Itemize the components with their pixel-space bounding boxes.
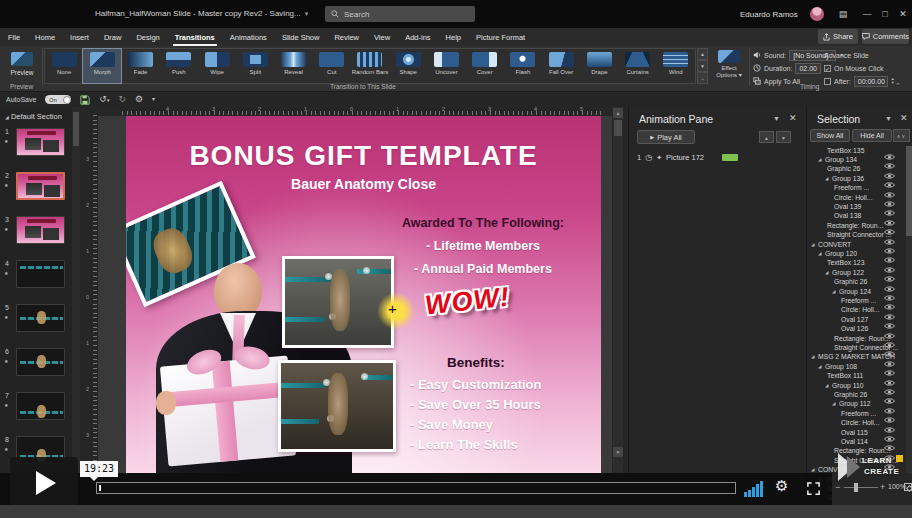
selection-item-textbox-123-12[interactable]: TextBox 123: [807, 259, 905, 268]
tab-home[interactable]: Home: [35, 33, 55, 42]
user-avatar[interactable]: [810, 7, 824, 21]
gallery-scroll-up-icon[interactable]: ▲: [697, 48, 708, 60]
selection-item-group-120-11[interactable]: ◢Group 120: [807, 249, 905, 258]
selection-item-group-134-1[interactable]: ◢Group 134: [807, 155, 905, 164]
transition-flash[interactable]: Flash: [504, 49, 542, 83]
slide-thumbnail-3[interactable]: [16, 216, 65, 244]
tab-help[interactable]: Help: [446, 33, 461, 42]
transition-curtains[interactable]: Curtains: [619, 49, 657, 83]
preview-button[interactable]: Preview: [4, 49, 40, 83]
share-button[interactable]: Share: [818, 29, 858, 44]
selection-item-rectangle-roun-20[interactable]: Rectangle: Roun...: [807, 334, 905, 343]
customize-qat-icon[interactable]: ▾: [152, 92, 155, 107]
expand-triangle-icon[interactable]: ◢: [818, 364, 821, 369]
selection-item-straight-connector-9[interactable]: Straight Connector ...: [807, 231, 905, 240]
autosave-toggle[interactable]: On: [45, 95, 71, 104]
minimize-icon[interactable]: —: [858, 6, 876, 22]
transition-morph[interactable]: Morph: [83, 49, 121, 83]
after-time-input[interactable]: 00:00.00: [854, 76, 888, 87]
animation-pane-close-icon[interactable]: ✕: [789, 113, 797, 123]
slide-thumbnail-1[interactable]: [16, 128, 65, 156]
title-dropdown-icon[interactable]: ▾: [305, 10, 309, 17]
restore-icon[interactable]: □: [876, 6, 894, 22]
transition-push[interactable]: Push: [160, 49, 198, 83]
selection-scrollbar[interactable]: [906, 146, 912, 476]
anatomy-photo-lower[interactable]: [278, 360, 396, 452]
slide-canvas[interactable]: BONUS GIFT TEMPLATE Bauer Anatomy Close: [126, 116, 601, 473]
transition-cover[interactable]: Cover: [466, 49, 504, 83]
gallery-expand-icon[interactable]: ⌄: [697, 72, 708, 84]
benefits-heading[interactable]: Benefits:: [396, 355, 556, 370]
selection-item-oval-115-30[interactable]: Oval 115: [807, 428, 905, 437]
expand-triangle-icon[interactable]: ◢: [811, 242, 814, 247]
video-progress-bar[interactable]: [96, 482, 736, 494]
comments-button[interactable]: Comments: [862, 29, 909, 44]
tab-draw[interactable]: Draw: [104, 33, 122, 42]
slide-thumbnail-2[interactable]: [16, 172, 65, 200]
selection-item-oval-127-18[interactable]: Oval 127: [807, 315, 905, 324]
on-mouse-click-checkbox[interactable]: ✓ On Mouse Click: [824, 62, 883, 74]
transition-shape[interactable]: Shape: [389, 49, 427, 83]
ribbon-display-options-icon[interactable]: ▤: [834, 6, 852, 22]
selection-item-circle-holl-29[interactable]: Circle: Holl...: [807, 419, 905, 428]
selection-item-circle-holl-5[interactable]: Circle: Holl...: [807, 193, 905, 202]
transition-reveal[interactable]: Reveal: [274, 49, 312, 83]
expand-triangle-icon[interactable]: ◢: [832, 401, 835, 406]
transition-uncover[interactable]: Uncover: [427, 49, 465, 83]
tab-review[interactable]: Review: [334, 33, 359, 42]
transition-drape[interactable]: Drape: [580, 49, 618, 83]
close-icon[interactable]: ✕: [894, 6, 912, 22]
scroll-down-icon[interactable]: ▼: [613, 447, 623, 457]
volume-icon[interactable]: [744, 481, 768, 497]
tab-slide-show[interactable]: Slide Show: [282, 33, 320, 42]
scrollbar-thumb[interactable]: [614, 120, 622, 136]
selection-item-rectangle-roun-8[interactable]: Rectangle: Roun...: [807, 221, 905, 230]
transition-none[interactable]: None: [45, 49, 83, 83]
selection-item-freeform-28[interactable]: Freeform ...: [807, 409, 905, 418]
benefits-list[interactable]: - Easy Customization- Save Over 35 Hours…: [410, 377, 590, 457]
redo-icon[interactable]: ↻: [118, 92, 126, 107]
fullscreen-icon[interactable]: [806, 481, 821, 496]
play-all-button[interactable]: ▶Play All: [637, 130, 695, 144]
selection-item-oval-139-6[interactable]: Oval 139: [807, 202, 905, 211]
selection-item-freeform-4[interactable]: Freeform ...: [807, 184, 905, 193]
animation-pane-menu-icon[interactable]: ▼: [773, 115, 780, 122]
animation-timeline-bar[interactable]: [722, 154, 738, 161]
slide-thumbnail-4[interactable]: [16, 260, 65, 288]
slide-title[interactable]: BONUS GIFT TEMPLATE: [126, 140, 601, 172]
move-earlier-icon[interactable]: ▲: [759, 131, 774, 143]
selection-item-circle-holl-17[interactable]: Circle: Holl...: [807, 306, 905, 315]
selection-item-convert-10[interactable]: ◢CONVERT: [807, 240, 905, 249]
thumbnail-scrollbar[interactable]: [72, 107, 80, 473]
slide-subtitle[interactable]: Bauer Anatomy Close: [126, 176, 601, 192]
transition-wipe[interactable]: Wipe: [198, 49, 236, 83]
expand-triangle-icon[interactable]: ◢: [818, 157, 821, 162]
transition-random-bars[interactable]: Random Bars: [351, 49, 389, 83]
animation-item[interactable]: 1◷✦Picture 172: [637, 151, 797, 164]
selection-item-oval-114-31[interactable]: Oval 114: [807, 437, 905, 446]
selection-item-textbox-111-24[interactable]: TextBox 111: [807, 372, 905, 381]
selection-pane-close-icon[interactable]: ✕: [900, 113, 908, 123]
slide-thumbnail-7[interactable]: [16, 392, 65, 420]
expand-triangle-icon[interactable]: ◢: [811, 467, 814, 472]
search-input[interactable]: Search: [325, 6, 475, 22]
transition-split[interactable]: Split: [236, 49, 274, 83]
selection-item-group-112-27[interactable]: ◢Group 112: [807, 400, 905, 409]
expand-triangle-icon[interactable]: ◢: [825, 270, 828, 275]
slide-thumbnail-5[interactable]: [16, 304, 65, 332]
selection-reorder-buttons[interactable]: ∧∨: [893, 129, 910, 142]
selection-item-graphic-26-2[interactable]: Graphic 26: [807, 165, 905, 174]
settings-icon[interactable]: ⚙: [135, 92, 143, 107]
tab-animations[interactable]: Animations: [230, 33, 267, 42]
apply-to-all-button[interactable]: Apply To All: [753, 75, 800, 87]
duration-input[interactable]: 02.00: [795, 63, 821, 74]
selection-item-graphic-26-14[interactable]: Graphic 26: [807, 278, 905, 287]
expand-triangle-icon[interactable]: ◢: [811, 354, 814, 359]
undo-icon[interactable]: ↺▾: [99, 92, 109, 108]
tab-picture-format[interactable]: Picture Format: [476, 33, 525, 42]
hide-all-button[interactable]: Hide All: [852, 129, 892, 142]
selection-item-group-124-15[interactable]: ◢Group 124: [807, 287, 905, 296]
selection-item-group-136-3[interactable]: ◢Group 136: [807, 174, 905, 183]
tab-view[interactable]: View: [374, 33, 390, 42]
awarded-text-block[interactable]: Awarded To The Following: - Lifetime Mem…: [378, 216, 588, 276]
